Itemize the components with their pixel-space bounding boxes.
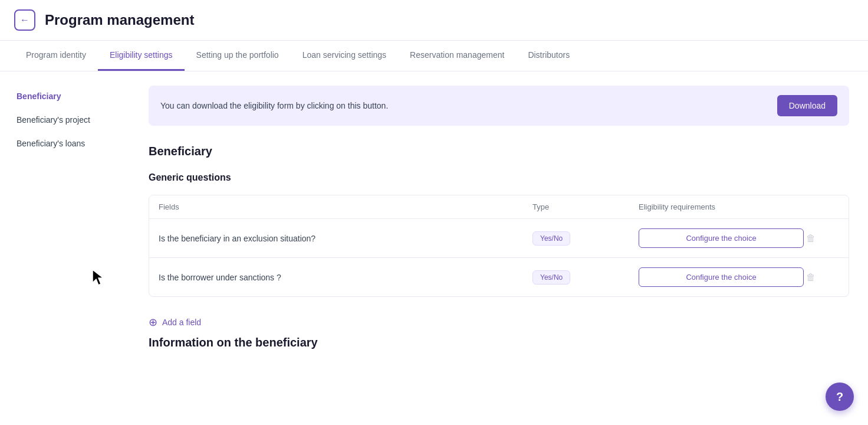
trash-icon-1: 🗑 [806, 233, 816, 244]
delete-cell-2: 🗑 [804, 270, 839, 285]
add-field-row[interactable]: ⊕ Add a field [149, 309, 849, 336]
add-circle-icon: ⊕ [149, 316, 157, 329]
delete-button-2[interactable]: 🗑 [804, 270, 818, 285]
tab-loan-servicing[interactable]: Loan servicing settings [291, 41, 398, 71]
sidebar-item-beneficiary-loans[interactable]: Beneficiary's loans [9, 133, 120, 154]
configure-cell-1: Configure the choice [639, 228, 804, 248]
col-type: Type [532, 202, 639, 211]
nav-tabs: Program identity Eligibility settings Se… [0, 41, 868, 71]
configure-cell-2: Configure the choice [639, 267, 804, 287]
sidebar-item-beneficiary-project[interactable]: Beneficiary's project [9, 109, 120, 130]
col-fields: Fields [159, 202, 532, 211]
subsection-title: Generic questions [149, 172, 849, 183]
add-field-label: Add a field [162, 318, 201, 327]
tab-program-identity[interactable]: Program identity [14, 41, 98, 71]
type-badge-2: Yes/No [532, 270, 570, 285]
banner-text: You can download the eligibility form by… [160, 101, 388, 110]
back-icon: ← [20, 15, 29, 25]
page-title: Program management [45, 12, 194, 28]
tab-eligibility-settings[interactable]: Eligibility settings [98, 41, 185, 71]
tab-distributors[interactable]: Distributors [516, 41, 581, 71]
col-eligibility: Eligibility requirements [639, 202, 804, 211]
table-row: Is the beneficiary in an exclusion situa… [149, 219, 849, 258]
sidebar: Beneficiary Beneficiary's project Benefi… [0, 71, 130, 421]
table-header: Fields Type Eligibility requirements [149, 195, 849, 219]
type-badge-1: Yes/No [532, 231, 570, 246]
download-button[interactable]: Download [777, 95, 837, 116]
tab-reservation-management[interactable]: Reservation management [398, 41, 516, 71]
type-cell-1: Yes/No [532, 231, 639, 246]
header: ← Program management [0, 0, 868, 41]
tab-setting-up-portfolio[interactable]: Setting up the portfolio [185, 41, 291, 71]
info-banner: You can download the eligibility form by… [149, 86, 849, 126]
app-container: ← Program management Program identity El… [0, 0, 868, 425]
help-button[interactable]: ? [826, 382, 854, 411]
back-button[interactable]: ← [14, 9, 35, 31]
sidebar-item-beneficiary[interactable]: Beneficiary [9, 86, 120, 107]
col-actions [804, 202, 839, 211]
info-section-title: Information on the beneficiary [149, 336, 849, 349]
fields-table: Fields Type Eligibility requirements Is … [149, 195, 849, 297]
trash-icon-2: 🗑 [806, 272, 816, 283]
type-cell-2: Yes/No [532, 270, 639, 285]
table-row: Is the borrower under sanctions ? Yes/No… [149, 258, 849, 296]
configure-button-2[interactable]: Configure the choice [639, 267, 804, 287]
field-text-1: Is the beneficiary in an exclusion situa… [159, 234, 532, 243]
configure-button-1[interactable]: Configure the choice [639, 228, 804, 248]
main-content: You can download the eligibility form by… [130, 71, 868, 421]
section-title: Beneficiary [149, 145, 849, 158]
delete-cell-1: 🗑 [804, 231, 839, 246]
field-text-2: Is the borrower under sanctions ? [159, 273, 532, 282]
delete-button-1[interactable]: 🗑 [804, 231, 818, 246]
main-layout: Beneficiary Beneficiary's project Benefi… [0, 71, 868, 421]
